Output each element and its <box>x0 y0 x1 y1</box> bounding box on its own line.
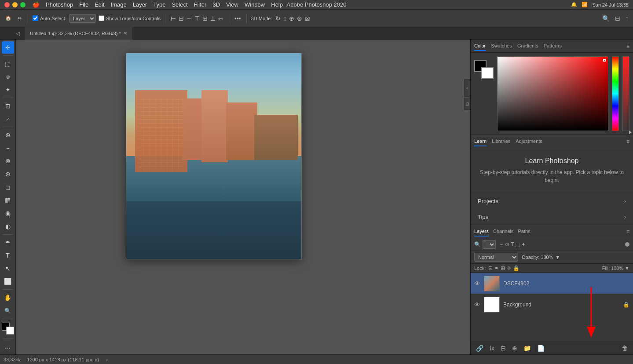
close-button[interactable] <box>4 2 10 7</box>
lock-pixels-icon[interactable]: ⊟ <box>488 265 493 271</box>
align-bottom-icon[interactable]: ⊥ <box>209 14 216 23</box>
crop-tool[interactable]: ⊡ <box>2 100 14 112</box>
zoom-tool[interactable]: 🔍 <box>2 305 14 317</box>
type-menu[interactable]: Type <box>153 1 165 8</box>
maximize-button[interactable] <box>20 2 26 7</box>
tips-item[interactable]: Tips › <box>471 209 633 225</box>
auto-select-checkbox[interactable] <box>33 15 38 21</box>
layer-menu[interactable]: Layer <box>133 1 147 8</box>
gradient-tool[interactable]: ▦ <box>2 194 14 207</box>
help-menu[interactable]: Help <box>271 1 283 8</box>
layers-tab[interactable]: Layers <box>474 227 489 237</box>
opacity-value[interactable]: 100% <box>541 255 554 260</box>
layer-visibility-2[interactable]: 👁 <box>474 301 480 308</box>
more-options-icon[interactable]: ••• <box>234 14 242 23</box>
pen-tool[interactable]: ✒ <box>2 237 14 249</box>
layer-visibility-1[interactable]: 👁 <box>474 280 480 287</box>
3d-pan-icon[interactable]: ↕ <box>282 14 287 23</box>
new-layer-button[interactable]: 📄 <box>535 344 546 353</box>
layer-background[interactable]: 👁 Background 🔒 <box>471 294 633 315</box>
align-center-h-icon[interactable]: ⊟ <box>178 14 185 23</box>
3d-slide-icon[interactable]: ⊠ <box>304 14 311 23</box>
layers-panel-menu[interactable]: ≡ <box>626 229 629 235</box>
panel-extra-btn[interactable]: ⊟ <box>464 98 470 110</box>
type-tool[interactable]: T <box>2 249 14 262</box>
gradients-tab[interactable]: Gradients <box>517 41 538 51</box>
3d-orbit-icon[interactable]: ⊛ <box>296 14 303 23</box>
app-menu[interactable]: Photoshop <box>46 1 73 8</box>
3d-rotate-icon[interactable]: ↻ <box>274 14 282 23</box>
3d-menu[interactable]: 3D <box>212 1 220 8</box>
color-swatch-display[interactable] <box>2 323 14 335</box>
hand-tool[interactable]: ✋ <box>2 291 14 304</box>
libraries-tab[interactable]: Libraries <box>492 137 510 146</box>
filter-type-icon[interactable]: T <box>511 241 514 248</box>
new-fill-button[interactable]: ⊕ <box>510 344 519 353</box>
history-tool[interactable]: ⊛ <box>2 168 14 180</box>
background-swatch[interactable] <box>481 67 494 79</box>
color-gradient-picker[interactable] <box>497 56 608 131</box>
lock-artboard-icon[interactable]: ⊞ <box>501 265 505 271</box>
path-select-tool[interactable]: ↖ <box>2 262 14 275</box>
document-tab[interactable]: Untitled-1 @ 33,3% (DSCF4902, RGB/8) * ✕ <box>25 27 133 40</box>
window-menu[interactable]: Window <box>245 1 265 8</box>
status-arrow[interactable]: › <box>106 357 108 362</box>
add-mask-button[interactable]: ⊟ <box>499 344 508 353</box>
panel-collapse-icon[interactable]: ‹ <box>464 79 470 97</box>
filter-pixel-icon[interactable]: ⊟ <box>499 241 504 248</box>
marquee-tool[interactable]: ⬚ <box>2 58 14 70</box>
learn-tab[interactable]: Learn <box>474 137 487 146</box>
shape-tool[interactable]: ⬜ <box>2 276 14 288</box>
lock-all-icon[interactable]: 🔒 <box>513 265 520 271</box>
delete-layer-button[interactable]: 🗑 <box>620 344 629 353</box>
tab-scroll-left[interactable]: ◁ <box>16 30 25 36</box>
background-color[interactable] <box>6 327 14 335</box>
blend-mode-select[interactable]: Normal Dissolve Multiply Screen <box>474 253 518 262</box>
select-menu[interactable]: Select <box>172 1 187 8</box>
auto-select-dropdown[interactable]: Layer Group <box>69 14 96 23</box>
3d-zoom-icon[interactable]: ⊕ <box>288 14 295 23</box>
align-top-icon[interactable]: ⊤ <box>194 14 201 23</box>
clone-tool[interactable]: ⊗ <box>2 155 14 167</box>
move-tool-options[interactable]: ⇔ <box>16 15 23 22</box>
document-canvas[interactable] <box>126 53 302 259</box>
blur-tool[interactable]: ◉ <box>2 207 14 219</box>
lock-paint-icon[interactable]: ✒ <box>494 265 499 271</box>
distribute-h-icon[interactable]: ⇿ <box>217 14 224 23</box>
share-icon[interactable]: ↑ <box>625 14 629 23</box>
filter-kind-select[interactable]: Kind <box>483 240 496 249</box>
color-tab[interactable]: Color <box>474 41 486 51</box>
swatches-tab[interactable]: Swatches <box>491 41 512 51</box>
filter-smart-icon[interactable]: ✦ <box>521 241 526 248</box>
paths-tab[interactable]: Paths <box>518 227 531 237</box>
hue-slider[interactable] <box>612 56 619 131</box>
image-menu[interactable]: Image <box>111 1 127 8</box>
align-center-v-icon[interactable]: ⊞ <box>201 14 209 23</box>
filter-adjustment-icon[interactable]: ⊙ <box>505 241 509 248</box>
edit-menu[interactable]: Edit <box>95 1 104 8</box>
filter-menu[interactable]: Filter <box>194 1 207 8</box>
minimize-button[interactable] <box>12 2 18 7</box>
canvas-area[interactable] <box>16 40 470 354</box>
dodge-tool[interactable]: ◐ <box>2 220 14 233</box>
home-button[interactable]: 🏠 <box>4 15 13 22</box>
add-style-button[interactable]: fx <box>488 344 496 353</box>
eraser-tool[interactable]: ◻ <box>2 181 14 193</box>
patterns-tab[interactable]: Patterns <box>544 41 562 51</box>
link-layers-button[interactable]: 🔗 <box>474 344 485 353</box>
more-tools[interactable]: … <box>2 340 14 353</box>
vertical-scrollbar[interactable] <box>466 197 469 223</box>
lasso-tool[interactable]: ⌾ <box>2 70 14 83</box>
view-menu[interactable]: View <box>226 1 238 8</box>
search-icon[interactable]: 🔍 <box>601 14 611 23</box>
lock-position-icon[interactable]: ✛ <box>507 265 511 271</box>
projects-item[interactable]: Projects › <box>471 193 633 209</box>
fg-bg-colors[interactable] <box>474 60 494 79</box>
view-icon[interactable]: ⊟ <box>614 14 621 23</box>
transform-controls-checkbox[interactable] <box>99 15 104 21</box>
alpha-slider[interactable] <box>622 56 629 131</box>
adjustments-tab[interactable]: Adjustments <box>516 137 542 146</box>
filter-shape-icon[interactable]: ⬚ <box>515 241 520 248</box>
align-right-icon[interactable]: ⊣ <box>186 14 193 23</box>
close-tab-icon[interactable]: ✕ <box>124 31 127 36</box>
